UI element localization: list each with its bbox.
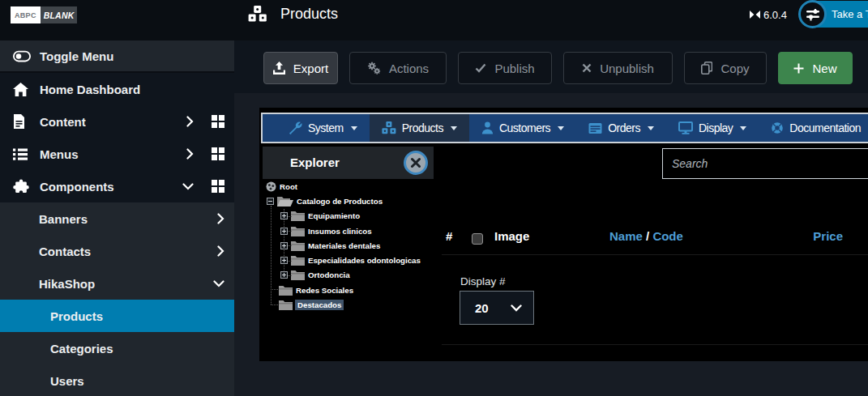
display-count-select[interactable]: 20: [460, 291, 534, 325]
menu-orders[interactable]: Orders: [576, 114, 666, 142]
page-title-group: Products: [248, 0, 338, 28]
copy-button[interactable]: Copy: [684, 52, 767, 84]
list-icon: [13, 146, 31, 162]
expand-icon[interactable]: [280, 242, 288, 249]
column-header-code[interactable]: Code: [652, 229, 683, 243]
expand-icon[interactable]: [280, 212, 288, 219]
life-ring-icon: [771, 121, 784, 134]
menu-display[interactable]: Display: [666, 114, 759, 142]
expand-icon[interactable]: [280, 271, 288, 279]
grid-icon[interactable]: [212, 115, 224, 128]
card-icon: [588, 122, 602, 134]
toolbar: Export Actions Publish Unpublish: [234, 40, 868, 93]
pagination-divider: [442, 344, 868, 345]
menu-products[interactable]: Products: [370, 114, 469, 142]
caret-down-icon: [451, 126, 457, 130]
chevron-down-icon: [213, 280, 224, 287]
expand-icon[interactable]: [280, 228, 288, 235]
sidebar-item-hikashop[interactable]: HikaShop: [0, 267, 234, 300]
menu-label: Products: [402, 121, 443, 134]
category-tree: Root Catalogo de Productos Equipamiento: [263, 179, 437, 313]
app: ABPC BLANK Products: [0, 0, 868, 396]
chevron-right-icon: [186, 116, 194, 127]
chevron-right-icon: [186, 148, 194, 160]
sidebar-item-home-dashboard[interactable]: Home Dashboard: [0, 73, 234, 105]
tour-sliders-icon[interactable]: [798, 0, 827, 28]
tree-connector: [288, 231, 292, 232]
menu-system[interactable]: System: [277, 114, 370, 142]
chevron-right-icon: [217, 213, 224, 224]
unpublish-label: Unpublish: [600, 62, 654, 75]
export-button[interactable]: Export: [263, 52, 338, 84]
sidebar-item-users[interactable]: Users: [0, 364, 234, 396]
tree-label: Root: [280, 182, 297, 191]
sidebar-item-components[interactable]: Components: [0, 170, 234, 202]
sidebar-item-categories[interactable]: Categories: [0, 332, 234, 364]
actions-label: Actions: [389, 62, 429, 75]
search-placeholder: Search: [672, 157, 708, 170]
menu-label: Documentation: [789, 121, 861, 134]
sidebar-item-label: Content: [40, 115, 186, 129]
column-header-image[interactable]: Image: [494, 229, 529, 243]
copy-label: Copy: [720, 62, 749, 75]
tree-connector: [288, 245, 292, 246]
chevron-down-icon: [182, 183, 194, 190]
site-logo[interactable]: ABPC BLANK: [11, 6, 77, 23]
plus-icon: [793, 63, 804, 74]
sidebar-item-products[interactable]: Products: [0, 300, 234, 332]
new-button[interactable]: New: [778, 52, 853, 84]
sidebar-item-label: Categories: [13, 342, 224, 356]
search-input[interactable]: Search: [662, 148, 868, 179]
person-icon: [481, 121, 494, 134]
sidebar-item-content[interactable]: Content: [0, 105, 234, 138]
column-header-name[interactable]: Name: [609, 229, 643, 243]
folder-icon: [291, 211, 305, 221]
sidebar-item-menus[interactable]: Menus: [0, 138, 234, 170]
tree-label: Catalogo de Productos: [297, 197, 383, 206]
sidebar-item-toggle-menu[interactable]: Toggle Menu: [0, 40, 234, 73]
tree-label: Especialidades odontologicas: [308, 256, 421, 265]
joomla-icon: [750, 11, 760, 19]
column-header-num[interactable]: #: [446, 229, 452, 243]
menu-label: System: [308, 121, 344, 134]
display-count-value: 20: [475, 301, 511, 315]
tree-connector: [271, 289, 278, 290]
tree-item-catalogo[interactable]: Catalogo de Productos: [263, 194, 437, 208]
grid-icon[interactable]: [212, 180, 224, 193]
logo-primary: ABPC: [11, 6, 41, 23]
caret-down-icon: [648, 126, 654, 130]
select-all-checkbox[interactable]: [472, 233, 483, 245]
publish-button[interactable]: Publish: [458, 52, 552, 84]
column-header-price[interactable]: Price: [813, 229, 843, 243]
tree-connector: [288, 275, 292, 276]
folder-icon: [291, 226, 305, 236]
unpublish-button[interactable]: Unpublish: [563, 52, 673, 84]
menu-documentation[interactable]: Documentation: [759, 114, 868, 142]
explorer-close-button[interactable]: [404, 151, 428, 175]
select-chevron-icon: [511, 304, 522, 312]
home-icon: [13, 81, 31, 97]
tree-item-root[interactable]: Root: [263, 179, 437, 194]
tree-label: Insumos clinicos: [308, 227, 372, 236]
menu-label: Orders: [608, 121, 640, 134]
toggle-icon: [13, 48, 31, 64]
column-header-name-code[interactable]: Name / Code: [609, 229, 683, 243]
caret-down-icon: [351, 126, 357, 130]
chevron-right-icon: [217, 245, 224, 257]
folder-icon: [291, 270, 305, 280]
sidebar-item-banners[interactable]: Banners: [0, 202, 234, 235]
menu-label: Customers: [499, 121, 550, 134]
sidebar-item-label: Banners: [13, 212, 217, 226]
tree-item-destacados[interactable]: Destacados: [263, 297, 437, 312]
actions-button[interactable]: Actions: [349, 52, 447, 84]
sidebar-item-label: Toggle Menu: [40, 49, 224, 63]
tree-item-redes[interactable]: Redes Sociales: [263, 283, 437, 297]
sidebar-item-contacts[interactable]: Contacts: [0, 235, 234, 267]
sidebar: Toggle Menu Home Dashboard Content Me: [0, 40, 234, 396]
expand-icon[interactable]: [280, 257, 288, 264]
collapse-icon[interactable]: [267, 198, 274, 205]
menu-customers[interactable]: Customers: [469, 114, 576, 142]
caret-down-icon: [740, 126, 746, 130]
grid-icon[interactable]: [212, 147, 224, 160]
caret-down-icon: [558, 126, 564, 130]
